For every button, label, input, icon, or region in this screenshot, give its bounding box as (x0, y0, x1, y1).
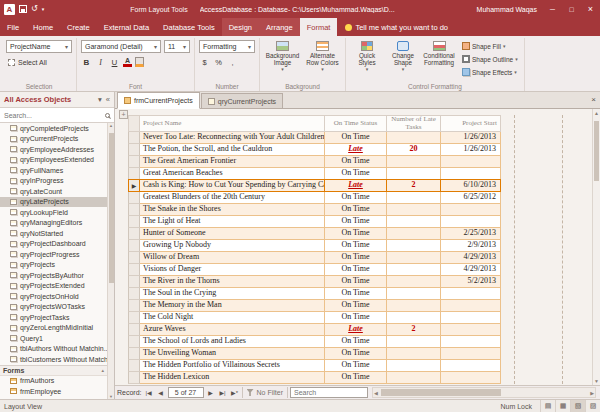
sidebar-item-qryemployeesextended[interactable]: qryEmployeesExtended (0, 155, 107, 166)
filter-indicator[interactable]: No Filter (242, 387, 288, 398)
cell-on-time-status[interactable]: On Time (325, 264, 387, 276)
cell-project-name[interactable]: The Memory in the Man (140, 300, 325, 312)
cell-project-start[interactable] (441, 324, 501, 336)
table-row[interactable]: The Unveiling WomanOn Time (128, 348, 501, 360)
cell-project-name[interactable]: The Potion, the Scroll, and the Cauldron (140, 144, 325, 156)
record-selector-cell[interactable] (128, 132, 140, 144)
sidebar-item-tblauthors-without-matchin[interactable]: tblAuthors Without Matchin... (0, 344, 107, 355)
table-row[interactable]: The Hidden Portfolio of Villainous Secre… (128, 360, 501, 372)
record-selector-cell[interactable] (128, 372, 140, 384)
first-record-button[interactable]: |◀ (144, 387, 154, 399)
horizontal-scrollbar[interactable]: ◀ ▶ (372, 387, 596, 398)
sidebar-item-qrycurrentprojects[interactable]: qryCurrentProjects (0, 134, 107, 145)
table-row[interactable]: Growing Up NobodyOn Time2/9/2013 (128, 240, 501, 252)
horizontal-scrollbar-thumb[interactable] (381, 389, 501, 396)
sidebar-item-qrymanagingeditors[interactable]: qryManagingEditors (0, 218, 107, 229)
cell-late-tasks[interactable] (387, 372, 441, 384)
ribbon-tab-create[interactable]: Create (60, 18, 97, 36)
record-selector-cell[interactable]: ▶ (128, 180, 140, 192)
table-row[interactable]: Willow of DreamOn Time4/29/2013 (128, 252, 501, 264)
table-row[interactable]: Hunter of SomeoneOn Time2/25/2013 (128, 228, 501, 240)
conditional-formatting-button[interactable]: Conditional Formatting (422, 40, 456, 78)
record-selector-cell[interactable] (128, 228, 140, 240)
cell-project-name[interactable]: The River in the Thorns (140, 276, 325, 288)
cell-on-time-status[interactable]: On Time (325, 372, 387, 384)
navigation-search-input[interactable] (4, 112, 103, 119)
record-selector-cell[interactable] (128, 216, 140, 228)
table-row[interactable]: Never Too Late: Reconnecting with Your A… (128, 132, 501, 144)
cell-project-start[interactable] (441, 300, 501, 312)
shutter-bar-close-icon[interactable]: « (106, 95, 110, 104)
cell-late-tasks[interactable]: 20 (387, 144, 441, 156)
cell-project-start[interactable]: 4/29/2013 (441, 252, 501, 264)
table-row[interactable]: The Potion, the Scroll, and the Cauldron… (128, 144, 501, 156)
font-size-combo[interactable]: 11 (164, 40, 190, 53)
cell-late-tasks[interactable] (387, 348, 441, 360)
cell-late-tasks[interactable] (387, 204, 441, 216)
cell-on-time-status[interactable]: On Time (325, 156, 387, 168)
shape-outline-button[interactable]: Shape Outline (460, 53, 520, 65)
record-selector-cell[interactable] (128, 192, 140, 204)
cell-on-time-status[interactable]: Late (325, 144, 387, 156)
bold-button[interactable]: B (81, 56, 92, 68)
cell-late-tasks[interactable] (387, 240, 441, 252)
scroll-left-icon[interactable]: ◀ (374, 390, 378, 396)
scroll-up-icon[interactable]: ▲ (109, 123, 113, 128)
cell-on-time-status[interactable]: On Time (325, 132, 387, 144)
record-selector-cell[interactable] (128, 312, 140, 324)
cell-project-start[interactable] (441, 312, 501, 324)
cell-project-start[interactable] (441, 360, 501, 372)
vertical-scrollbar[interactable]: ▲ ▼ (592, 109, 600, 385)
cell-project-name[interactable]: Growing Up Nobody (140, 240, 325, 252)
cell-late-tasks[interactable] (387, 156, 441, 168)
record-selector-cell[interactable] (128, 324, 140, 336)
next-record-button[interactable]: ▶ (206, 387, 216, 399)
table-row[interactable]: The Cold NightOn Time (128, 312, 501, 324)
record-search-input[interactable] (294, 389, 364, 396)
cell-late-tasks[interactable] (387, 216, 441, 228)
cell-late-tasks[interactable] (387, 132, 441, 144)
number-format-combo[interactable]: Formatting (199, 40, 255, 53)
sidebar-item-qryprojects[interactable]: qryProjects (0, 260, 107, 271)
record-selector-cell[interactable] (128, 144, 140, 156)
nav-pane-menu-arrow-icon[interactable]: ▾ (98, 95, 102, 104)
table-row[interactable]: Visions of DangerOn Time4/29/2013 (128, 264, 501, 276)
ribbon-tab-database-tools[interactable]: Database Tools (156, 18, 222, 36)
cell-project-name[interactable]: Willow of Dream (140, 252, 325, 264)
table-row[interactable]: The School of Lords and LadiesOn Time (128, 336, 501, 348)
column-header-project-name[interactable]: Project Name (140, 115, 325, 132)
cell-on-time-status[interactable]: On Time (325, 312, 387, 324)
cell-project-name[interactable]: Great American Beaches (140, 168, 325, 180)
cell-project-name[interactable]: Azure Waves (140, 324, 325, 336)
cell-on-time-status[interactable]: On Time (325, 348, 387, 360)
sidebar-item-qryprojectdashboard[interactable]: qryProjectDashboard (0, 239, 107, 250)
number-button-[interactable]: , (227, 56, 238, 68)
table-row[interactable]: The River in the ThornsOn Time5/2/2013 (128, 276, 501, 288)
cell-project-name[interactable]: The Light of Heat (140, 216, 325, 228)
cell-project-start[interactable] (441, 204, 501, 216)
cell-project-start[interactable] (441, 372, 501, 384)
maximize-button[interactable] (562, 0, 581, 18)
table-row[interactable]: The Memory in the ManOn Time (128, 300, 501, 312)
cell-project-name[interactable]: Visions of Danger (140, 264, 325, 276)
cell-project-start[interactable] (441, 348, 501, 360)
layout-move-handle-icon[interactable] (119, 110, 128, 119)
cell-late-tasks[interactable] (387, 252, 441, 264)
cell-project-start[interactable] (441, 156, 501, 168)
cell-on-time-status[interactable]: On Time (325, 228, 387, 240)
record-selector-cell[interactable] (128, 300, 140, 312)
record-selector-cell[interactable] (128, 252, 140, 264)
previous-record-button[interactable]: ◀ (156, 387, 166, 399)
record-selector-cell[interactable] (128, 240, 140, 252)
ribbon-tab-home[interactable]: Home (26, 18, 60, 36)
cell-late-tasks[interactable] (387, 228, 441, 240)
cell-late-tasks[interactable]: 2 (387, 180, 441, 192)
table-row[interactable]: The Light of HeatOn Time (128, 216, 501, 228)
cell-on-time-status[interactable]: On Time (325, 204, 387, 216)
scroll-up-icon[interactable]: ▲ (593, 110, 600, 116)
sidebar-item-qryfullnames[interactable]: qryFullNames (0, 165, 107, 176)
cell-project-name[interactable]: Greatest Blunders of the 20th Century (140, 192, 325, 204)
sidebar-item-qryzerolengthmidinitial[interactable]: qryZeroLengthMidInitial (0, 323, 107, 334)
cell-project-start[interactable] (441, 168, 501, 180)
cell-late-tasks[interactable] (387, 168, 441, 180)
